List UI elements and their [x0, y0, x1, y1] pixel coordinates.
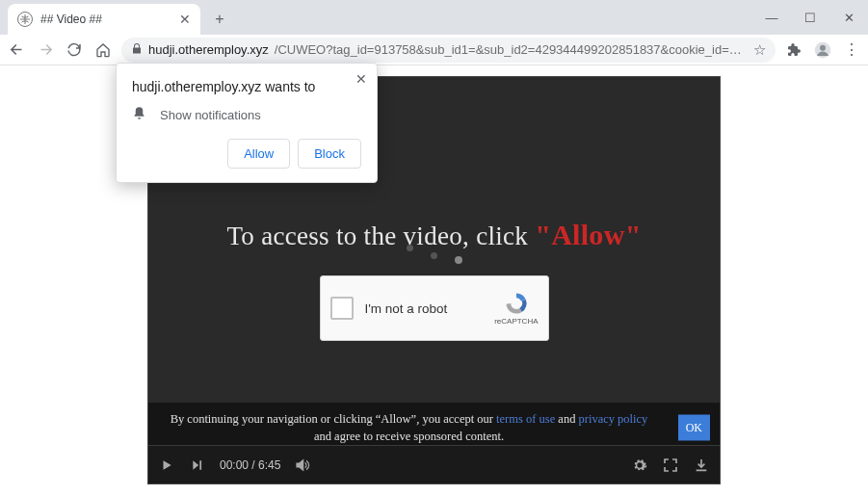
headline-text: To access to the video, click — [226, 222, 535, 250]
next-icon[interactable] — [189, 457, 206, 474]
volume-icon[interactable] — [294, 457, 311, 474]
block-button[interactable]: Block — [298, 139, 361, 169]
close-window-button[interactable]: ✕ — [829, 3, 868, 32]
svg-point-1 — [820, 44, 826, 50]
headline-allow-word: "Allow" — [535, 219, 641, 250]
fullscreen-icon[interactable] — [662, 457, 679, 474]
video-time: 00:00 / 6:45 — [220, 458, 280, 472]
headline: To access to the video, click "Allow" — [148, 219, 720, 251]
browser-toolbar: hudji.otheremploy.xyz/CUWEO?tag_id=91375… — [0, 35, 868, 65]
allow-button[interactable]: Allow — [227, 139, 290, 169]
download-icon[interactable] — [693, 457, 710, 474]
window-controls: — ☐ ✕ — [752, 0, 868, 35]
recaptcha-logo-icon: reCAPTCHA — [494, 291, 538, 326]
cookie-ok-button[interactable]: OK — [678, 414, 710, 440]
globe-icon — [17, 12, 33, 27]
url-path: /CUWEO?tag_id=913758&sub_id1=&sub_id2=42… — [275, 42, 748, 57]
settings-gear-icon[interactable] — [631, 457, 648, 474]
video-controls-bar: 00:00 / 6:45 — [148, 445, 720, 483]
close-tab-icon[interactable]: ✕ — [179, 12, 191, 27]
home-button[interactable] — [92, 39, 114, 61]
recaptcha-brand: reCAPTCHA — [494, 317, 538, 326]
loading-spinner-icon — [407, 252, 462, 260]
new-tab-button[interactable]: + — [206, 6, 233, 33]
recaptcha-checkbox[interactable] — [330, 297, 354, 320]
maximize-button[interactable]: ☐ — [791, 3, 829, 32]
bookmark-star-icon[interactable]: ☆ — [753, 41, 766, 59]
recaptcha-widget[interactable]: I'm not a robot reCAPTCHA — [320, 275, 549, 341]
lock-icon — [131, 42, 143, 58]
minimize-button[interactable]: — — [752, 3, 791, 32]
menu-icon[interactable]: ⋮ — [841, 39, 862, 61]
back-button[interactable] — [6, 39, 27, 61]
tab-title: ## Video ## — [40, 13, 171, 26]
permission-line: Show notifications — [160, 108, 261, 122]
permission-close-icon[interactable]: ✕ — [355, 71, 367, 87]
address-bar[interactable]: hudji.otheremploy.xyz/CUWEO?tag_id=91375… — [121, 38, 776, 63]
cookie-text-3: and agree to receive sponsored content. — [314, 430, 504, 443]
forward-button — [35, 39, 56, 61]
reload-button[interactable] — [64, 39, 85, 61]
cookie-text-2: and — [555, 412, 578, 426]
browser-tab[interactable]: ## Video ## ✕ — [8, 4, 200, 35]
play-icon[interactable] — [158, 457, 175, 474]
extensions-icon[interactable] — [783, 39, 804, 61]
url-host: hudji.otheremploy.xyz — [148, 42, 269, 57]
permission-title: hudji.otheremploy.xyz wants to — [132, 79, 361, 94]
privacy-link[interactable]: privacy policy — [579, 412, 648, 426]
tab-strip: ## Video ## ✕ + — ☐ ✕ — [0, 0, 868, 35]
recaptcha-label: I'm not a robot — [365, 301, 484, 316]
permission-popup: ✕ hudji.otheremploy.xyz wants to Show no… — [116, 63, 378, 183]
bell-icon — [132, 106, 146, 123]
terms-link[interactable]: terms of use — [496, 412, 555, 426]
cookie-text-1: By continuing your navigation or clickin… — [171, 412, 496, 426]
profile-icon[interactable] — [812, 39, 833, 61]
